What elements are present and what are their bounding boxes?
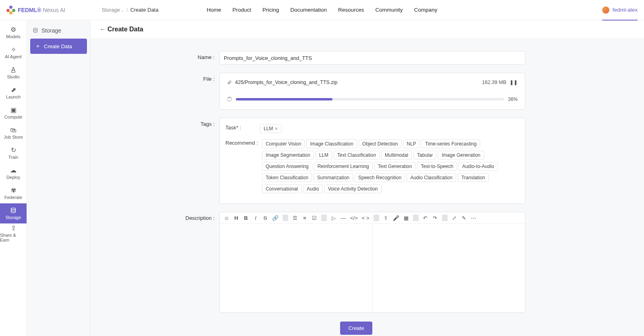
file-size: 162.39 MB	[482, 80, 506, 85]
tb-code-icon[interactable]: </>	[350, 215, 358, 221]
tb-list-ul-icon[interactable]: ☰	[292, 215, 298, 221]
name-input[interactable]	[219, 51, 525, 65]
tb-mic-icon[interactable]: 🎤	[393, 215, 399, 221]
nav-product[interactable]: Product	[232, 7, 251, 13]
recommend-chip[interactable]: Text Generation	[374, 162, 416, 171]
recommend-chip[interactable]: Text Classification	[334, 151, 380, 160]
back-arrow[interactable]: ←	[99, 26, 106, 33]
rail-launch[interactable]: ⬈Launch	[0, 83, 27, 103]
recommend-chip[interactable]: Summarization	[314, 173, 353, 182]
pause-icon[interactable]: ❚❚	[510, 80, 518, 85]
upload-progress-fill	[236, 98, 332, 100]
topbar: FEDML® Nexus AI Storage⌄ / Create Data H…	[0, 0, 644, 20]
breadcrumb-parent[interactable]: Storage⌄	[101, 7, 124, 13]
remove-chip-icon[interactable]: ✕	[275, 126, 278, 131]
tb-more-icon[interactable]: ⋯	[471, 215, 477, 221]
tb-undo-icon[interactable]: ↶	[423, 215, 428, 221]
tb-edit-icon[interactable]: ✎	[461, 215, 467, 221]
recommend-chip[interactable]: LLM	[316, 151, 332, 160]
svg-point-1	[33, 28, 37, 30]
tb-emoji-icon[interactable]: ☺	[224, 215, 229, 221]
tb-bold-icon[interactable]: B	[243, 215, 249, 221]
tb-link-icon[interactable]: 🔗	[272, 215, 279, 221]
nav-documentation[interactable]: Documentation	[290, 7, 327, 13]
recommend-chip[interactable]: Time-series Forecasting	[421, 139, 480, 148]
recommend-chip-list: Computer VisionImage ClassificationObjec…	[262, 138, 519, 195]
recommend-chip[interactable]: NLP	[403, 139, 420, 148]
recommend-label: Recommend :	[225, 138, 258, 146]
recommend-chip[interactable]: Conversational	[262, 184, 301, 193]
secondary-sidebar: Storage ＋ Create Data	[27, 20, 91, 336]
recommend-chip[interactable]: Question Answering	[262, 162, 312, 171]
recommend-chip[interactable]: Tabular	[413, 151, 436, 160]
selected-task-chip[interactable]: LLM ✕	[260, 124, 282, 133]
launch-icon: ⬈	[11, 87, 16, 93]
rail-models[interactable]: ⚙Models	[0, 23, 27, 43]
sidebar-section-storage[interactable]: Storage	[30, 26, 87, 39]
tb-separator	[442, 215, 448, 221]
avatar-icon	[602, 6, 609, 14]
tb-heading-icon[interactable]: H	[233, 215, 239, 221]
rail-compute[interactable]: ▣Compute	[0, 103, 27, 123]
nav-resources[interactable]: Resources	[338, 7, 364, 13]
rail-deploy[interactable]: ☁Deploy	[0, 163, 27, 183]
page-header: ← Create Data	[91, 20, 644, 39]
rail-ai-agent[interactable]: ✧AI Agent	[0, 43, 27, 63]
recommend-chip[interactable]: Object Detection	[359, 139, 402, 148]
recommend-chip[interactable]: Voice Activity Detection	[324, 184, 382, 193]
label-description: Description :	[99, 212, 219, 313]
recommend-chip[interactable]: Audio Classification	[407, 173, 456, 182]
rail-studio[interactable]: AStudio	[0, 63, 27, 83]
recommend-chip[interactable]: Speech Recognition	[355, 173, 405, 182]
tb-separator	[321, 215, 327, 221]
recommend-chip[interactable]: Image Classification	[306, 139, 357, 148]
share-icon: ⇪	[11, 225, 16, 232]
tb-checklist-icon[interactable]: ☑	[312, 215, 317, 221]
recommend-chip[interactable]: Multimodal	[381, 151, 412, 160]
nav-pricing[interactable]: Pricing	[262, 7, 279, 13]
rail-train[interactable]: ↻Train	[0, 143, 27, 163]
models-icon: ⚙	[10, 27, 16, 33]
recommend-chip[interactable]: Token Classification	[262, 173, 312, 182]
breadcrumb-current: Create Data	[130, 7, 159, 13]
editor-write-pane[interactable]	[220, 224, 372, 312]
recommend-chip[interactable]: Image Generation	[438, 151, 484, 160]
recommend-chip[interactable]: Audio	[303, 184, 323, 193]
tb-upload-icon[interactable]: ⇧	[383, 215, 389, 221]
rail-storage[interactable]: Storage	[0, 203, 27, 223]
file-upload-box: 425/Prompts_for_Voice_cloning_and_TTS.zi…	[219, 73, 525, 110]
tb-hr-icon[interactable]: —	[341, 215, 346, 221]
file-name: 425/Prompts_for_Voice_cloning_and_TTS.zi…	[235, 80, 337, 85]
rail-federate[interactable]: ✾Federate	[0, 183, 27, 203]
account-menu[interactable]: fedml-alex	[602, 6, 638, 14]
create-button[interactable]: Create	[340, 322, 372, 335]
nav-community[interactable]: Community	[376, 7, 403, 13]
breadcrumb: Storage⌄ / Create Data	[101, 7, 158, 13]
recommend-chip[interactable]: Translation	[458, 173, 489, 182]
description-editor: ☺ H B I S 🔗 ☰ ≡ ☑ ▷ — </> < >	[219, 212, 525, 313]
tb-codeblock-icon[interactable]: < >	[362, 215, 369, 221]
rail-share-earn[interactable]: ⇪Share & Earn	[0, 223, 27, 244]
nav-company[interactable]: Company	[414, 7, 438, 13]
tb-table-icon[interactable]: ▦	[403, 215, 409, 221]
create-data-button[interactable]: ＋ Create Data	[30, 39, 87, 54]
logo-icon	[6, 6, 15, 14]
recommend-chip[interactable]: Image Segmentation	[262, 151, 314, 160]
tb-redo-icon[interactable]: ↷	[432, 215, 438, 221]
recommend-chip[interactable]: Audio-to-Audio	[458, 162, 497, 171]
recommend-chip[interactable]: Reinforcement Learning	[314, 162, 373, 171]
tb-fullscreen-icon[interactable]: ⤢	[452, 215, 457, 221]
tb-italic-icon[interactable]: I	[253, 215, 258, 221]
label-tags: Tags :	[99, 118, 219, 204]
tb-strike-icon[interactable]: S	[262, 215, 268, 221]
tb-run-icon[interactable]: ▷	[331, 215, 336, 221]
rail-job-store[interactable]: 🛍Job Store	[0, 123, 27, 143]
tb-list-ol-icon[interactable]: ≡	[302, 215, 308, 221]
database-icon	[33, 28, 38, 33]
editor-toolbar: ☺ H B I S 🔗 ☰ ≡ ☑ ▷ — </> < >	[220, 212, 525, 224]
recommend-chip[interactable]: Text-to-Speech	[417, 162, 457, 171]
recommend-chip[interactable]: Computer Vision	[262, 139, 305, 148]
nav-home[interactable]: Home	[206, 7, 221, 13]
tb-separator	[283, 215, 288, 221]
logo[interactable]: FEDML® Nexus AI	[6, 6, 65, 14]
